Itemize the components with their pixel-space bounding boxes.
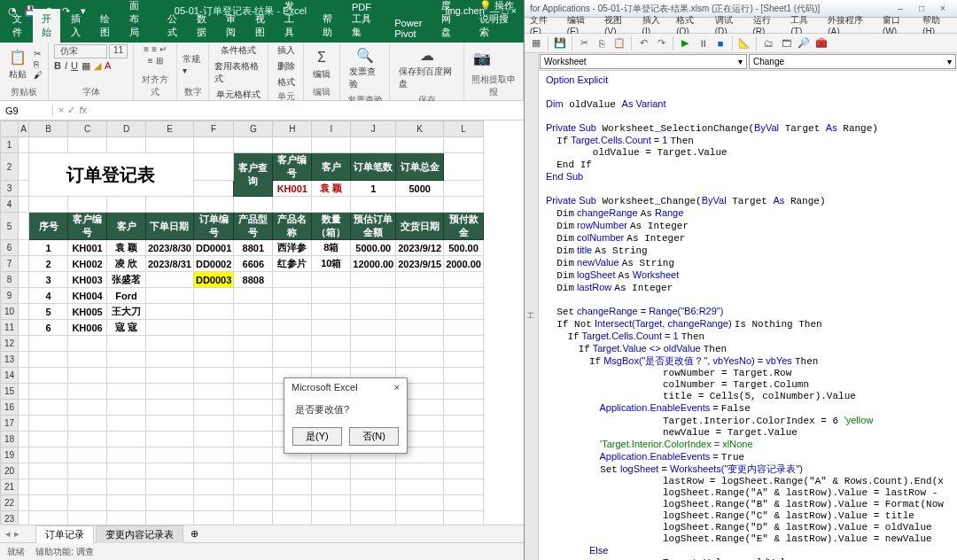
sheet-tab-bar: ◂▸ 订单记录变更内容记录表⊕ [0, 525, 524, 542]
add-sheet-button[interactable]: ⊕ [185, 528, 204, 540]
align-top-icon[interactable]: ≡ [144, 44, 149, 54]
delete-cells-button[interactable]: 删除 [277, 60, 295, 73]
yes-button[interactable]: 是(Y) [292, 427, 342, 446]
ribbon-tab-9[interactable]: 开发工具 [276, 0, 312, 43]
ribbon-group-align: ≡≡↵ ≡⊞ 对齐方式 [134, 43, 177, 100]
font-color-button[interactable]: A [105, 60, 111, 72]
project-explorer-collapsed[interactable]: 工0101 [525, 53, 539, 560]
vbe-undo-icon[interactable]: ↶ [635, 35, 651, 51]
cloud-icon: ☁ [418, 46, 436, 64]
table-row: 61KH001袁 颖2023/8/30DD00018801西洋参8箱5000.0… [1, 240, 484, 256]
window-button[interactable]: □ [913, 3, 930, 15]
sheet-tab[interactable]: 变更内容记录表 [96, 525, 183, 543]
bold-button[interactable]: B [54, 60, 61, 72]
vbe-view-icon[interactable]: ▦ [528, 35, 544, 51]
table-row: 72KH002凌 欣2023/8/31DD00026606红参片10箱12000… [1, 256, 484, 272]
ribbon-search[interactable]: 💡 操作说明搜索 [471, 0, 524, 43]
status-acc: 辅助功能: 调查 [35, 546, 94, 558]
ribbon-tab-5[interactable]: 公式 [159, 9, 186, 43]
format-cells-button[interactable]: 格式 [277, 76, 295, 89]
no-button[interactable]: 否(N) [349, 427, 399, 446]
font-size-select[interactable]: 11 [109, 44, 128, 58]
paste-button[interactable]: 📋粘贴 [5, 47, 30, 82]
align-left-icon[interactable]: ≡ [148, 56, 153, 66]
ribbon-group-invoice: 🔍发票查验 发票查验 [340, 43, 390, 100]
editing-button[interactable]: Σ编辑 [309, 47, 334, 82]
name-box[interactable]: G9 [0, 105, 53, 116]
ribbon-tab-0[interactable]: 文件 [4, 9, 31, 43]
worksheet-grid[interactable]: ABCDEFGHIJKL12订单登记表客户查询客户编号客户订单笔数订单总金3KH… [0, 121, 524, 525]
close-icon[interactable]: × [394, 382, 400, 393]
tab-prev-icon[interactable]: ◂ [5, 528, 11, 540]
save-cloud-button[interactable]: ☁保存到百度网盘 [395, 44, 457, 92]
fill-color-button[interactable]: ◢ [94, 60, 101, 72]
ribbon-body: 📋粘贴 ✂⎘🖌 剪贴板 仿宋11 BIU▦◢A 字体 ≡≡↵ ≡⊞ 对齐方式 常… [0, 43, 524, 101]
wrap-button[interactable]: ↵ [160, 44, 167, 54]
camera-icon: 📷 [473, 50, 491, 67]
fx-enter-icon[interactable]: ✓ [67, 105, 75, 116]
ribbon-tab-4[interactable]: 页面布局 [121, 0, 157, 43]
vbe-cut-icon[interactable]: ✂ [576, 35, 592, 51]
tab-next-icon[interactable]: ▸ [14, 528, 19, 540]
ribbon-tab-2[interactable]: 插入 [62, 9, 89, 43]
invoice-button[interactable]: 🔍发票查验 [346, 44, 384, 92]
format-table-button[interactable]: 套用表格格式 [214, 60, 262, 85]
vbe-copy-icon[interactable]: ⎘ [594, 35, 610, 51]
border-button[interactable]: ▦ [82, 60, 90, 72]
fx-icon[interactable]: fx [79, 105, 87, 116]
cell-styles-button[interactable]: 单元格样式 [216, 89, 261, 101]
chevron-down-icon: ▾ [738, 57, 743, 66]
ribbon-tab-12[interactable]: Power Pivot [385, 14, 431, 43]
object-dropdown[interactable]: Worksheet▾ [540, 54, 747, 69]
cut-icon[interactable]: ✂ [34, 49, 43, 58]
vbe-menubar: 文件(F)编辑(E)视图(V)插入(I)格式(O)调试(D)运行(R)工具(T)… [525, 18, 957, 34]
vbe-project-icon[interactable]: 🗂 [760, 35, 776, 51]
procedure-dropdown[interactable]: Change▾ [749, 54, 956, 69]
ribbon-tab-1[interactable]: 开始 [33, 9, 60, 43]
vbe-toolbox-icon[interactable]: 🧰 [813, 35, 829, 51]
fx-cancel-icon[interactable]: × [58, 105, 64, 116]
camera-button[interactable]: 📷 [470, 48, 494, 69]
insert-cells-button[interactable]: 插入 [277, 44, 295, 57]
ribbon-group-camera: 📷 照相提取申报 [464, 43, 524, 100]
ribbon-group-clipboard: 📋粘贴 ✂⎘🖌 剪贴板 [0, 43, 49, 100]
format-painter-icon[interactable]: 🖌 [34, 70, 43, 80]
cond-format-button[interactable]: 条件格式 [221, 44, 256, 57]
vbe-prop-icon[interactable]: 🗔 [778, 35, 794, 51]
vbe-browser-icon[interactable]: 🔎 [796, 35, 812, 51]
code-dropdown-bar: Worksheet▾ Change▾ [539, 53, 957, 71]
ribbon-group-number: 常规▾ 数字 [177, 43, 209, 100]
merge-button[interactable]: ⊞ [156, 56, 163, 66]
vbe-design-icon[interactable]: 📐 [736, 35, 752, 51]
vbe-break-icon[interactable]: ⏸ [695, 35, 711, 51]
msgbox-dialog: Microsoft Excel× 是否要改值? 是(Y) 否(N) [284, 377, 408, 454]
font-name-select[interactable]: 仿宋 [54, 44, 107, 58]
ribbon-tab-7[interactable]: 审阅 [217, 9, 245, 43]
ribbon-tab-11[interactable]: PDF工具集 [343, 0, 384, 43]
vbe-redo-icon[interactable]: ↷ [653, 35, 669, 51]
vbe-save-icon[interactable]: 💾 [552, 35, 568, 51]
ribbon-tab-8[interactable]: 视图 [246, 9, 274, 43]
vbe-reset-icon[interactable]: ■ [712, 35, 728, 51]
ribbon-tab-6[interactable]: 数据 [188, 9, 215, 43]
table-row: 105KH005王大刀 [1, 304, 484, 320]
vbe-paste-icon[interactable]: 📋 [611, 35, 627, 51]
search-icon: 🔍 [356, 46, 374, 64]
excel-window: ◔ 💾 ↶ ↷ ▾ 05-01-订单登记表-结果 - Excel ling.ch… [0, 0, 525, 560]
code-editor[interactable]: Option Explicit Dim oldValue As Variant … [539, 71, 957, 560]
sheet-tab[interactable]: 订单记录 [35, 525, 94, 543]
ribbon-tab-13[interactable]: 百度网盘 [432, 0, 469, 43]
table-row: 116KH006寇 寇 [1, 320, 484, 336]
window-button[interactable]: × [934, 3, 952, 15]
ribbon-group-cells: 插入 删除 格式 单元格 [268, 43, 304, 100]
align-mid-icon[interactable]: ≡ [152, 44, 157, 54]
ribbon-tabs: 文件开始插入绘图页面布局公式数据审阅视图开发工具帮助PDF工具集Power Pi… [0, 21, 524, 43]
ribbon-tab-10[interactable]: 帮助 [314, 9, 341, 43]
copy-icon[interactable]: ⎘ [34, 59, 43, 69]
italic-button[interactable]: I [65, 60, 67, 72]
vbe-run-icon[interactable]: ▶ [677, 35, 693, 51]
ribbon-tab-3[interactable]: 绘图 [91, 9, 119, 43]
underline-button[interactable]: U [71, 60, 78, 72]
window-button[interactable]: – [891, 3, 909, 15]
number-format-select[interactable]: 常规▾ [183, 53, 203, 75]
